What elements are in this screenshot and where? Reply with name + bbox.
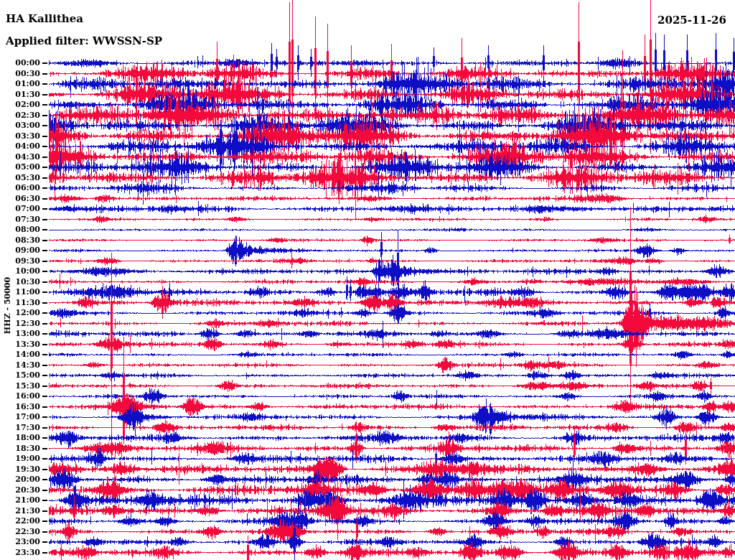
time-label: 07:30 bbox=[0, 215, 40, 224]
time-label: 07:00 bbox=[0, 204, 40, 213]
station-title: HA Kallithea bbox=[6, 12, 83, 25]
time-label: 00:00 bbox=[0, 58, 40, 67]
time-label: 08:30 bbox=[0, 235, 40, 245]
time-label: 02:30 bbox=[0, 111, 40, 120]
time-label: 14:30 bbox=[0, 360, 40, 370]
time-label: 12:30 bbox=[0, 319, 40, 328]
time-label: 18:30 bbox=[0, 444, 40, 453]
time-label: 19:30 bbox=[0, 465, 40, 474]
time-label: 16:30 bbox=[0, 402, 40, 411]
time-label: 13:30 bbox=[0, 340, 40, 349]
time-label: 05:30 bbox=[0, 173, 40, 182]
time-label: 01:30 bbox=[0, 90, 40, 99]
time-label: 04:00 bbox=[0, 141, 40, 151]
time-label: 23:30 bbox=[0, 548, 40, 557]
time-label: 16:00 bbox=[0, 391, 40, 401]
time-label: 11:30 bbox=[0, 298, 40, 307]
time-label: 10:30 bbox=[0, 277, 40, 286]
time-label: 03:00 bbox=[0, 121, 40, 130]
time-label: 00:30 bbox=[0, 69, 40, 78]
time-label: 20:30 bbox=[0, 485, 40, 495]
time-label: 09:30 bbox=[0, 256, 40, 266]
time-label: 14:00 bbox=[0, 350, 40, 359]
time-label: 02:00 bbox=[0, 100, 40, 109]
time-label: 04:30 bbox=[0, 152, 40, 162]
helicorder-page: HA Kallithea Applied filter: WWSSN-SP 20… bbox=[0, 0, 735, 560]
time-label: 06:30 bbox=[0, 194, 40, 203]
date-label: 2025-11-26 bbox=[657, 14, 726, 27]
time-label: 09:00 bbox=[0, 246, 40, 255]
time-label: 05:00 bbox=[0, 162, 40, 172]
time-label: 17:00 bbox=[0, 412, 40, 421]
time-label: 15:30 bbox=[0, 381, 40, 391]
time-label: 21:00 bbox=[0, 495, 40, 505]
time-label: 08:00 bbox=[0, 225, 40, 234]
time-label: 17:30 bbox=[0, 423, 40, 432]
helicorder-canvas bbox=[0, 0, 735, 560]
time-label: 10:00 bbox=[0, 266, 40, 276]
time-label: 12:00 bbox=[0, 308, 40, 317]
time-label: 21:30 bbox=[0, 506, 40, 515]
time-label: 01:00 bbox=[0, 79, 40, 88]
time-label: 20:00 bbox=[0, 475, 40, 484]
time-label: 06:00 bbox=[0, 183, 40, 192]
time-label: 13:00 bbox=[0, 329, 40, 338]
time-label: 03:30 bbox=[0, 131, 40, 141]
time-label: 23:00 bbox=[0, 537, 40, 546]
time-label: 22:30 bbox=[0, 527, 40, 536]
time-label: 19:00 bbox=[0, 454, 40, 463]
filter-label: Applied filter: WWSSN-SP bbox=[6, 34, 162, 47]
time-label: 22:00 bbox=[0, 516, 40, 526]
time-label: 15:00 bbox=[0, 370, 40, 380]
time-label: 11:00 bbox=[0, 287, 40, 297]
time-label: 18:00 bbox=[0, 433, 40, 442]
